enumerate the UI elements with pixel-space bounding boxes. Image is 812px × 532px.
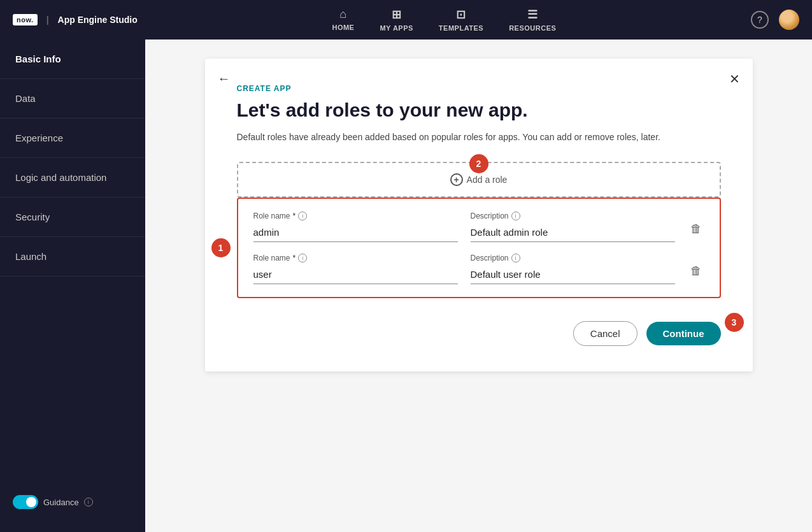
nav-templates-label: TEMPLATES <box>439 24 483 32</box>
description-input-1[interactable] <box>471 223 675 242</box>
guidance-toggle: Guidance i <box>0 485 145 519</box>
role-name-label-2: Role name * i <box>253 254 458 262</box>
step-badge-1: 1 <box>211 238 231 257</box>
step-badge-3: 3 <box>725 313 744 332</box>
role-name-input-1[interactable] <box>253 223 458 242</box>
modal-footer: Cancel Continue 3 <box>237 321 721 346</box>
delete-role-2-button[interactable]: 🗑 <box>688 262 704 280</box>
nav-myapps[interactable]: ⊞ MY APPS <box>380 8 413 32</box>
templates-icon: ⊡ <box>456 8 466 22</box>
guidance-label: Guidance <box>43 498 79 507</box>
role-row-2: Role name * i Description i <box>253 254 704 284</box>
roles-container: Role name * i Description i <box>237 198 721 298</box>
guidance-info-icon[interactable]: i <box>84 498 93 507</box>
continue-button[interactable]: Continue <box>646 322 721 345</box>
required-star-2: * <box>293 254 296 262</box>
nav-templates[interactable]: ⊡ TEMPLATES <box>439 8 483 32</box>
nav-home-label: HOME <box>332 24 354 31</box>
nav-myapps-label: MY APPS <box>380 24 413 32</box>
description-info-icon-2[interactable]: i <box>511 254 520 262</box>
content-area: ← ✕ CREATE APP Let's add roles to your n… <box>145 40 812 532</box>
step-badge-2: 2 <box>469 154 488 173</box>
back-button[interactable]: ← <box>218 71 231 86</box>
close-button[interactable]: ✕ <box>729 71 740 87</box>
now-logo: now. <box>13 14 38 25</box>
delete-role-1-button[interactable]: 🗑 <box>688 220 704 238</box>
sidebar-item-launch[interactable]: Launch <box>0 237 145 277</box>
add-role-text: + Add a role <box>450 173 508 186</box>
description-info-icon-1[interactable]: i <box>511 212 520 220</box>
toggle-thumb <box>26 497 36 507</box>
role-name-label-1: Role name * i <box>253 212 458 220</box>
sidebar-item-data[interactable]: Data <box>0 79 145 119</box>
avatar[interactable] <box>779 10 799 30</box>
add-role-area[interactable]: 2 + Add a role <box>237 162 721 198</box>
nav-resources[interactable]: ☰ RESOURCES <box>509 8 556 32</box>
home-icon: ⌂ <box>339 8 346 21</box>
modal-title: Let's add roles to your new app. <box>237 99 721 121</box>
modal-description: Default roles have already been added ba… <box>237 130 721 144</box>
nav-resources-label: RESOURCES <box>509 24 556 32</box>
brand: now. | App Engine Studio <box>13 14 138 25</box>
app-name: App Engine Studio <box>58 15 138 25</box>
myapps-icon: ⊞ <box>392 8 402 22</box>
role-name-field-2: Role name * i <box>253 254 458 284</box>
top-nav: now. | App Engine Studio ⌂ HOME ⊞ MY APP… <box>0 0 812 40</box>
add-role-label: Add a role <box>467 175 508 185</box>
description-label-1: Description i <box>471 212 675 220</box>
avatar-image <box>779 10 799 30</box>
description-label-2: Description i <box>471 254 675 262</box>
cancel-button[interactable]: Cancel <box>573 321 637 346</box>
brand-divider: | <box>46 15 49 25</box>
role-row-1: Role name * i Description i <box>253 212 704 242</box>
guidance-toggle-switch[interactable] <box>13 495 38 509</box>
nav-right: ? <box>751 10 799 30</box>
main-layout: Basic Info Data Experience Logic and aut… <box>0 40 812 532</box>
description-input-2[interactable] <box>471 265 675 284</box>
sidebar-item-logic-automation[interactable]: Logic and automation <box>0 158 145 198</box>
nav-home[interactable]: ⌂ HOME <box>332 8 354 32</box>
roles-outer-wrapper: 1 Role name * i <box>237 198 721 298</box>
create-app-label: CREATE APP <box>237 84 721 93</box>
modal-panel: ← ✕ CREATE APP Let's add roles to your n… <box>205 59 753 371</box>
description-field-1: Description i <box>471 212 675 242</box>
sidebar-item-experience[interactable]: Experience <box>0 119 145 158</box>
role-name-field-1: Role name * i <box>253 212 458 242</box>
role-name-info-icon-1[interactable]: i <box>298 212 307 220</box>
role-name-info-icon-2[interactable]: i <box>298 254 307 262</box>
required-star-1: * <box>293 212 296 220</box>
sidebar-item-basic-info[interactable]: Basic Info <box>0 40 145 79</box>
role-name-input-2[interactable] <box>253 265 458 284</box>
plus-icon: + <box>450 173 463 186</box>
sidebar-item-security[interactable]: Security <box>0 198 145 237</box>
resources-icon: ☰ <box>527 8 538 22</box>
nav-center: ⌂ HOME ⊞ MY APPS ⊡ TEMPLATES ☰ RESOURCES <box>332 8 556 32</box>
description-field-2: Description i <box>471 254 675 284</box>
help-button[interactable]: ? <box>751 11 769 29</box>
sidebar: Basic Info Data Experience Logic and aut… <box>0 40 145 532</box>
